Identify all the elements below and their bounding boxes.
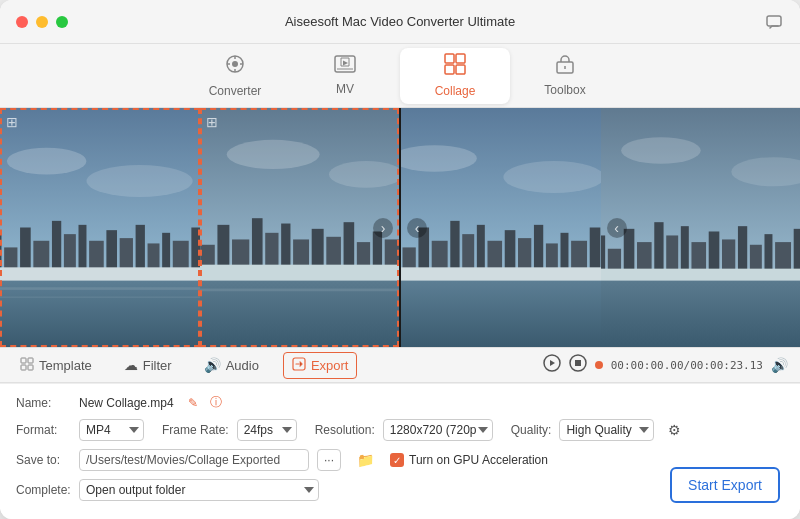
format-row: Format: MP4 MKV MOV AVI Frame Rate: 24fp… bbox=[16, 419, 784, 441]
format-select[interactable]: MP4 MKV MOV AVI bbox=[79, 419, 144, 441]
time-display: 00:00:00.00/00:00:23.13 bbox=[611, 359, 763, 372]
resolution-label: Resolution: bbox=[315, 423, 375, 437]
svg-rect-90 bbox=[654, 222, 663, 274]
grid-icon-1: ⊞ bbox=[6, 114, 18, 130]
minimize-button[interactable] bbox=[36, 16, 48, 28]
video-clip-1[interactable]: ⊞ bbox=[0, 108, 200, 347]
svg-rect-32 bbox=[191, 228, 199, 274]
fps-select[interactable]: 24fps 30fps 60fps bbox=[237, 419, 297, 441]
toolbar-tab-filter-label: Filter bbox=[143, 358, 172, 373]
browse-button[interactable]: ··· bbox=[317, 449, 341, 471]
main-window: Aiseesoft Mac Video Converter Ultimate bbox=[0, 0, 800, 519]
volume-icon[interactable]: 🔊 bbox=[771, 357, 788, 373]
svg-point-2 bbox=[232, 61, 238, 67]
toolbar-tab-export[interactable]: Export bbox=[283, 352, 358, 379]
toolbox-icon bbox=[554, 54, 576, 79]
svg-rect-8 bbox=[445, 54, 454, 63]
mv-icon bbox=[334, 55, 356, 78]
toolbar-tab-audio-label: Audio bbox=[226, 358, 259, 373]
toolbar-tab-filter[interactable]: ☁ Filter bbox=[116, 353, 180, 377]
video-clip-3[interactable]: ‹ bbox=[401, 108, 601, 347]
video-area: ⊞ bbox=[0, 108, 800, 347]
svg-rect-57 bbox=[200, 265, 400, 284]
tab-collage[interactable]: Collage bbox=[400, 48, 510, 104]
svg-rect-28 bbox=[136, 225, 145, 274]
arrow-left-icon[interactable]: ‹ bbox=[407, 218, 427, 238]
svg-rect-70 bbox=[477, 225, 485, 274]
quality-label: Quality: bbox=[511, 423, 552, 437]
collage-icon bbox=[444, 53, 466, 80]
gpu-acceleration-toggle[interactable]: ✓ Turn on GPU Acceleration bbox=[390, 453, 548, 467]
toolbar-tab-template[interactable]: Template bbox=[12, 353, 100, 378]
nav-tabs: Converter MV Col bbox=[0, 44, 800, 108]
toolbar-tab-audio[interactable]: 🔊 Audio bbox=[196, 353, 267, 377]
traffic-lights bbox=[16, 16, 68, 28]
quality-select[interactable]: High Quality Medium Quality Low Quality bbox=[559, 419, 654, 441]
arrow-right-icon[interactable]: › bbox=[373, 218, 393, 238]
tab-toolbox[interactable]: Toolbox bbox=[510, 48, 620, 104]
play-button[interactable] bbox=[543, 354, 561, 376]
svg-rect-24 bbox=[79, 225, 87, 274]
progress-indicator bbox=[595, 361, 603, 369]
svg-rect-103 bbox=[21, 358, 26, 363]
complete-row: Complete: Open output folder Do nothing … bbox=[16, 479, 784, 501]
svg-rect-96 bbox=[737, 226, 746, 274]
resolution-select[interactable]: 1280x720 (720p) 1920x1080 (1080p) 3840x2… bbox=[383, 419, 493, 441]
complete-select[interactable]: Open output folder Do nothing Shut down bbox=[79, 479, 319, 501]
svg-point-39 bbox=[226, 140, 319, 169]
gpu-checkbox-box[interactable]: ✓ bbox=[390, 453, 404, 467]
tab-mv[interactable]: MV bbox=[290, 48, 400, 104]
svg-rect-100 bbox=[793, 229, 800, 274]
svg-point-15 bbox=[7, 148, 87, 175]
folder-icon[interactable]: 📁 bbox=[357, 452, 374, 468]
info-icon[interactable]: ⓘ bbox=[210, 394, 222, 411]
svg-rect-88 bbox=[623, 229, 634, 274]
gpu-label: Turn on GPU Acceleration bbox=[409, 453, 548, 467]
svg-rect-10 bbox=[445, 65, 454, 74]
svg-rect-0 bbox=[767, 16, 781, 26]
tab-collage-label: Collage bbox=[435, 84, 476, 98]
arrow-left-icon-2[interactable]: ‹ bbox=[607, 218, 627, 238]
toolbar-tab-template-label: Template bbox=[39, 358, 92, 373]
svg-rect-20 bbox=[20, 228, 31, 274]
maximize-button[interactable] bbox=[56, 16, 68, 28]
svg-rect-35 bbox=[0, 281, 200, 347]
video-clip-4[interactable]: ‹ bbox=[601, 108, 801, 347]
close-button[interactable] bbox=[16, 16, 28, 28]
message-icon[interactable] bbox=[764, 12, 784, 32]
playback-controls: 00:00:00.00/00:00:23.13 🔊 bbox=[543, 354, 788, 376]
svg-rect-104 bbox=[28, 358, 33, 363]
filter-tab-icon: ☁ bbox=[124, 357, 138, 373]
save-row: Save to: /Users/test/Movies/Collage Expo… bbox=[16, 449, 784, 471]
stop-button[interactable] bbox=[569, 354, 587, 376]
start-export-button[interactable]: Start Export bbox=[670, 467, 780, 503]
complete-label: Complete: bbox=[16, 483, 71, 497]
svg-rect-11 bbox=[456, 65, 465, 74]
name-label: Name: bbox=[16, 396, 71, 410]
audio-tab-icon: 🔊 bbox=[204, 357, 221, 373]
template-tab-icon bbox=[20, 357, 34, 374]
svg-rect-37 bbox=[0, 297, 200, 298]
save-path-input[interactable]: /Users/test/Movies/Collage Exported bbox=[79, 449, 309, 471]
svg-rect-98 bbox=[764, 234, 772, 274]
save-label: Save to: bbox=[16, 453, 71, 467]
fps-label: Frame Rate: bbox=[162, 423, 229, 437]
svg-point-16 bbox=[86, 165, 192, 197]
svg-rect-94 bbox=[708, 231, 719, 273]
settings-panel: Name: New Collage.mp4 ✎ ⓘ Format: MP4 MK… bbox=[0, 383, 800, 519]
video-left-panel: ⊞ bbox=[0, 108, 399, 347]
gear-icon[interactable]: ⚙ bbox=[668, 422, 681, 438]
tab-converter[interactable]: Converter bbox=[180, 48, 290, 104]
toolbar-tabs-bar: Template ☁ Filter 🔊 Audio Export bbox=[0, 347, 800, 383]
svg-point-83 bbox=[621, 137, 701, 164]
format-label: Format: bbox=[16, 423, 71, 437]
video-clip-2[interactable]: ⊞ › bbox=[200, 108, 400, 347]
edit-name-icon[interactable]: ✎ bbox=[188, 396, 198, 410]
svg-rect-110 bbox=[575, 360, 581, 366]
svg-rect-92 bbox=[680, 226, 688, 274]
svg-rect-91 bbox=[666, 235, 678, 274]
svg-rect-106 bbox=[28, 365, 33, 370]
name-value: New Collage.mp4 bbox=[79, 396, 174, 410]
svg-rect-9 bbox=[456, 54, 465, 63]
video-right-panel: ‹ bbox=[401, 108, 800, 347]
